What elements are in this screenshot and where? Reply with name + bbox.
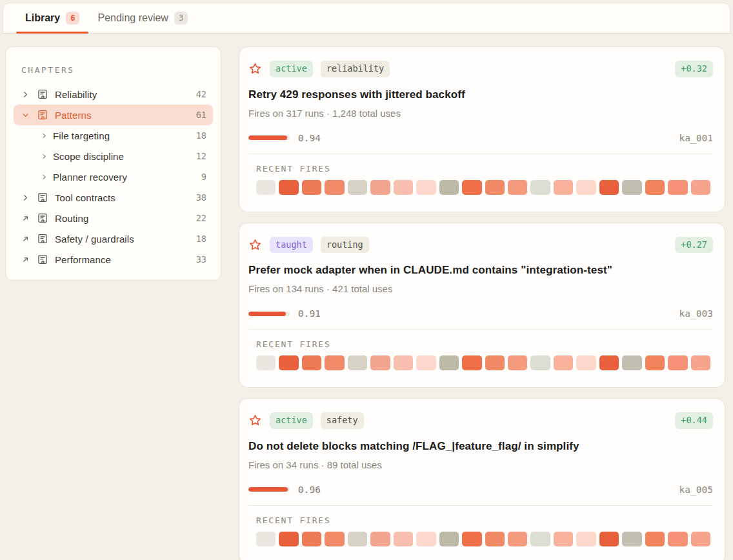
sidebar-item-routing[interactable]: Routing 22 [14, 208, 213, 228]
fire-cell [348, 355, 367, 370]
chapter-count: 9 [201, 172, 206, 182]
fire-cell [439, 532, 459, 546]
fire-cell [599, 532, 619, 546]
chevron-right-icon [21, 193, 30, 202]
fire-cell [554, 355, 573, 370]
fire-cell [622, 180, 641, 195]
fire-cell [279, 532, 298, 546]
arrow-up-right-icon [21, 255, 30, 264]
delta-badge: +0.32 [675, 61, 713, 77]
fire-cell [554, 532, 573, 546]
fire-cell [302, 355, 321, 370]
tab-label: Library [25, 12, 60, 24]
book-icon [37, 212, 48, 224]
star-icon[interactable] [248, 238, 262, 252]
score-row: 0.96 ka_005 [248, 485, 713, 495]
fire-cell [256, 180, 276, 195]
chapter-label: Reliability [55, 89, 196, 100]
card-title: Retry 429 responses with jittered backof… [248, 88, 713, 101]
star-icon[interactable] [248, 62, 262, 75]
score-bar-fill [248, 312, 286, 316]
fire-cell [508, 355, 527, 370]
sidebar-item-tool-contracts[interactable]: Tool contracts 38 [14, 187, 213, 208]
card-header: active reliability +0.32 [248, 61, 713, 77]
fire-cell [645, 532, 665, 546]
recent-fires-label: RECENT FIRES [256, 339, 710, 349]
chapter-label: Patterns [55, 110, 196, 121]
tab-pending-review[interactable]: Pending review 3 [88, 3, 197, 33]
card-header: taught routing +0.27 [248, 237, 713, 254]
chevron-right-icon [41, 172, 48, 181]
chapter-count: 38 [196, 192, 206, 203]
card-id: ka_001 [679, 133, 713, 143]
fire-cell [325, 532, 344, 546]
score-row: 0.91 ka_003 [248, 308, 713, 319]
card-meta: Fires on 134 runs · 421 total uses [248, 283, 713, 294]
fire-cell [370, 532, 390, 546]
card-header: active safety +0.44 [248, 412, 713, 429]
score-bar [248, 487, 290, 492]
fire-cell [348, 180, 367, 195]
chapter-label: File targeting [53, 130, 196, 141]
chapter-label: Scope discipline [53, 151, 196, 162]
fire-cell [439, 355, 459, 370]
knowledge-card[interactable]: active safety +0.44 Do not delete blocks… [239, 398, 725, 560]
arrow-up-right-icon [21, 214, 30, 223]
fire-cell [279, 355, 298, 370]
sidebar-item-file-targeting[interactable]: File targeting 18 [14, 125, 213, 146]
sidebar-item-planner-recovery[interactable]: Planner recovery 9 [14, 166, 213, 187]
score-bar [248, 135, 290, 140]
knowledge-card[interactable]: taught routing +0.27 Prefer mock adapter… [239, 223, 725, 388]
sidebar-item-safety-guardrails[interactable]: Safety / guardrails 18 [14, 228, 213, 249]
card-divider [248, 329, 713, 330]
card-divider [248, 154, 713, 154]
knowledge-card[interactable]: active reliability +0.32 Retry 429 respo… [239, 46, 725, 212]
fire-cell [394, 180, 413, 195]
fire-cell [645, 180, 665, 195]
fire-cell [439, 180, 459, 195]
fire-cell [416, 355, 436, 370]
fire-cell [302, 180, 321, 195]
fire-cell [691, 355, 710, 370]
fire-cell [622, 532, 641, 546]
chapters-heading: CHAPTERS [21, 65, 213, 75]
fire-cell [599, 180, 619, 195]
fire-cell [394, 532, 413, 546]
fire-cell [485, 355, 505, 370]
tag-badge: routing [321, 237, 369, 254]
fire-cell [508, 180, 527, 195]
fire-cell [325, 180, 344, 195]
fire-cell [530, 180, 550, 195]
card-title: Do not delete blocks matching /FLAG_|fea… [248, 440, 713, 453]
tab-library[interactable]: Library 6 [16, 3, 88, 33]
fire-cell [256, 532, 276, 546]
score-bar-fill [248, 487, 288, 492]
fire-cell [576, 355, 596, 370]
chapter-count: 18 [196, 234, 206, 244]
sidebar-item-reliability[interactable]: Reliability 42 [14, 84, 213, 105]
chevron-down-icon [21, 110, 30, 119]
recent-fires-section: RECENT FIRES [256, 515, 710, 546]
chapter-label: Performance [55, 254, 196, 265]
status-badge: active [270, 61, 313, 77]
delta-badge: +0.27 [675, 237, 713, 254]
chapter-count: 42 [196, 89, 206, 99]
sidebar-item-patterns[interactable]: Patterns 61 [14, 105, 213, 125]
star-icon[interactable] [248, 414, 262, 427]
fire-cell [668, 180, 687, 195]
book-icon [37, 192, 48, 203]
chapter-label: Tool contracts [55, 192, 196, 203]
sidebar-item-scope-discipline[interactable]: Scope discipline 12 [14, 146, 213, 166]
tab-label: Pending review [97, 12, 168, 24]
fire-cell [302, 532, 321, 546]
fire-cell [462, 532, 481, 546]
fire-cell [279, 180, 298, 195]
chapter-count: 22 [196, 213, 206, 223]
fire-cell [691, 532, 710, 546]
recent-fires-label: RECENT FIRES [256, 164, 710, 174]
recent-fires-section: RECENT FIRES [256, 164, 710, 195]
fires-row [256, 532, 710, 546]
chapter-count: 18 [196, 130, 206, 141]
sidebar-item-performance[interactable]: Performance 33 [14, 249, 213, 270]
fire-cell [530, 532, 550, 546]
